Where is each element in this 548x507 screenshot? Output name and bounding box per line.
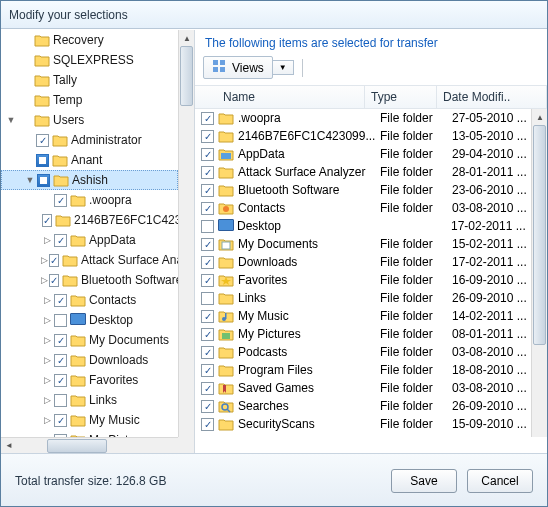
tree-item[interactable]: ▷My Pictures [1, 430, 178, 437]
checkbox[interactable] [54, 294, 67, 307]
checkbox[interactable] [201, 220, 214, 233]
checkbox[interactable] [54, 314, 67, 327]
list-row[interactable]: PodcastsFile folder03-08-2010 ... [195, 343, 531, 361]
checkbox[interactable] [36, 154, 49, 167]
list-row[interactable]: Program FilesFile folder18-08-2010 ... [195, 361, 531, 379]
cancel-button[interactable]: Cancel [467, 469, 533, 493]
list-row[interactable]: ContactsFile folder03-08-2010 ... [195, 199, 531, 217]
tree-item[interactable]: ▷Attack Surface Analyz [1, 250, 178, 270]
checkbox[interactable] [201, 292, 214, 305]
list-row[interactable]: My DocumentsFile folder15-02-2011 ... [195, 235, 531, 253]
list-row[interactable]: SearchesFile folder26-09-2010 ... [195, 397, 531, 415]
save-button[interactable]: Save [391, 469, 457, 493]
scroll-up-icon[interactable]: ▲ [179, 30, 195, 46]
tree-horizontal-scrollbar[interactable]: ◄ [1, 437, 178, 453]
expander-open-icon[interactable]: ▼ [24, 174, 36, 186]
tree-item[interactable]: ▷Bluetooth Software [1, 270, 178, 290]
scroll-thumb[interactable] [533, 125, 546, 345]
list-row[interactable]: Desktop17-02-2011 ... [195, 217, 531, 235]
checkbox[interactable] [201, 274, 214, 287]
tree-item[interactable]: ▷Links [1, 390, 178, 410]
list-row[interactable]: My MusicFile folder14-02-2011 ... [195, 307, 531, 325]
tree-item[interactable]: ▷My Music [1, 410, 178, 430]
list-row[interactable]: Bluetooth SoftwareFile folder23-06-2010 … [195, 181, 531, 199]
list-row[interactable]: Attack Surface AnalyzerFile folder28-01-… [195, 163, 531, 181]
expander-closed-icon[interactable]: ▷ [41, 394, 53, 406]
checkbox[interactable] [54, 334, 67, 347]
tree-item[interactable]: Recovery [1, 30, 178, 50]
tree-item[interactable]: .woopra [1, 190, 178, 210]
expander-closed-icon[interactable]: ▷ [41, 314, 53, 326]
expander-closed-icon[interactable]: ▷ [41, 354, 53, 366]
checkbox[interactable] [201, 184, 214, 197]
views-button[interactable]: Views [203, 56, 273, 79]
tree-item[interactable]: ▷Downloads [1, 350, 178, 370]
list-row[interactable]: DownloadsFile folder17-02-2011 ... [195, 253, 531, 271]
list-row[interactable]: .woopraFile folder27-05-2010 ... [195, 109, 531, 127]
expander-closed-icon[interactable]: ▷ [41, 414, 53, 426]
list-row[interactable]: AppDataFile folder29-04-2010 ... [195, 145, 531, 163]
tree-item[interactable]: ▷Desktop [1, 310, 178, 330]
checkbox[interactable] [201, 256, 214, 269]
tree-item[interactable]: Temp [1, 90, 178, 110]
checkbox[interactable] [201, 400, 214, 413]
expander-closed-icon[interactable]: ▷ [41, 334, 53, 346]
checkbox[interactable] [54, 374, 67, 387]
checkbox[interactable] [201, 418, 214, 431]
checkbox[interactable] [54, 194, 67, 207]
tree-item[interactable]: Tally [1, 70, 178, 90]
checkbox[interactable] [201, 148, 214, 161]
list-row[interactable]: Saved GamesFile folder03-08-2010 ... [195, 379, 531, 397]
scroll-left-icon[interactable]: ◄ [1, 438, 17, 454]
list-row[interactable]: My PicturesFile folder08-01-2011 ... [195, 325, 531, 343]
expander-closed-icon[interactable]: ▷ [41, 294, 53, 306]
checkbox[interactable] [54, 414, 67, 427]
checkbox[interactable] [54, 394, 67, 407]
tree-item[interactable]: ▷Contacts [1, 290, 178, 310]
checkbox[interactable] [201, 346, 214, 359]
expander-closed-icon[interactable]: ▷ [41, 374, 53, 386]
scroll-up-icon[interactable]: ▲ [532, 109, 547, 125]
list-vertical-scrollbar[interactable]: ▲ [531, 109, 547, 437]
checkbox[interactable] [201, 130, 214, 143]
column-header-type[interactable]: Type [365, 86, 437, 108]
checkbox[interactable] [201, 382, 214, 395]
checkbox[interactable] [201, 238, 214, 251]
checkbox[interactable] [201, 328, 214, 341]
checkbox[interactable] [37, 174, 50, 187]
checkbox[interactable] [49, 274, 59, 287]
checkbox[interactable] [54, 234, 67, 247]
expander-open-icon[interactable]: ▼ [5, 114, 17, 126]
checkbox[interactable] [201, 364, 214, 377]
tree-item[interactable]: ▼Ashish [1, 170, 178, 190]
column-header-name[interactable]: Name [195, 86, 365, 108]
checkbox[interactable] [49, 254, 59, 267]
scroll-thumb[interactable] [47, 439, 107, 453]
checkbox[interactable] [36, 134, 49, 147]
tree-item[interactable]: ▼Users [1, 110, 178, 130]
views-dropdown-arrow[interactable]: ▼ [273, 60, 294, 75]
tree-vertical-scrollbar[interactable]: ▲ [178, 30, 194, 437]
checkbox[interactable] [201, 112, 214, 125]
column-header-date[interactable]: Date Modifi.. [437, 86, 547, 108]
list-row[interactable]: 2146B7E6FC1C423099...File folder13-05-20… [195, 127, 531, 145]
expander-closed-icon[interactable]: ▷ [41, 234, 53, 246]
checkbox[interactable] [201, 202, 214, 215]
tree-item[interactable]: ▷Favorites [1, 370, 178, 390]
tree-item[interactable]: Administrator [1, 130, 178, 150]
expander-closed-icon[interactable]: ▷ [41, 254, 48, 266]
tree-item[interactable]: Anant [1, 150, 178, 170]
list-row[interactable]: LinksFile folder26-09-2010 ... [195, 289, 531, 307]
list-row[interactable]: SecurityScansFile folder15-09-2010 ... [195, 415, 531, 433]
checkbox[interactable] [54, 354, 67, 367]
checkbox[interactable] [201, 166, 214, 179]
tree-item[interactable]: SQLEXPRESS [1, 50, 178, 70]
tree-item[interactable]: ▷My Documents [1, 330, 178, 350]
tree-item[interactable]: ▷AppData [1, 230, 178, 250]
checkbox[interactable] [201, 310, 214, 323]
expander-closed-icon[interactable]: ▷ [41, 274, 48, 286]
checkbox[interactable] [42, 214, 52, 227]
scroll-thumb[interactable] [180, 46, 193, 106]
tree-item[interactable]: 2146B7E6FC1C423099 [1, 210, 178, 230]
list-row[interactable]: FavoritesFile folder16-09-2010 ... [195, 271, 531, 289]
